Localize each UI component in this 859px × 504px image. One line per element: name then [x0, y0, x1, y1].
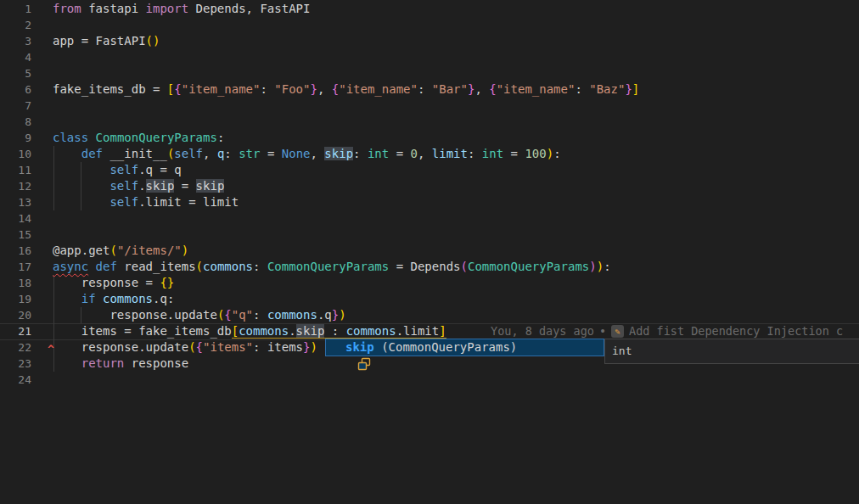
code-token: CommonQueryParams: [267, 260, 389, 273]
line-number[interactable]: 23: [0, 356, 31, 372]
code-token: =: [503, 147, 525, 160]
line-number[interactable]: 21: [0, 323, 31, 339]
code-token: :: [217, 131, 224, 144]
line-number[interactable]: 3: [0, 33, 31, 49]
blame-message: Add fist Dependency Injection c: [629, 323, 843, 339]
line-number[interactable]: 2: [0, 17, 31, 33]
code-token: response: [124, 356, 188, 370]
code-token: {: [224, 308, 231, 322]
line-number[interactable]: 9: [0, 130, 31, 146]
line-number[interactable]: 17: [0, 259, 31, 275]
code-line[interactable]: 1from fastapi import Depends, FastAPI: [0, 1, 859, 17]
code-token: (: [461, 260, 468, 273]
code-token: (): [146, 34, 160, 48]
code-token: .q: [317, 308, 332, 322]
code-token: def: [81, 147, 103, 160]
line-number[interactable]: 12: [0, 178, 31, 194]
line-number[interactable]: 15: [0, 227, 31, 243]
code-token: :: [324, 324, 345, 339]
line-number[interactable]: 18: [0, 275, 31, 291]
code-token: :: [604, 260, 610, 273]
code-token: "item_name": [497, 82, 575, 96]
code-token: :: [224, 147, 239, 160]
line-number[interactable]: 22: [0, 339, 31, 356]
code-token: @app.get: [53, 244, 109, 257]
code-token: [53, 147, 81, 160]
line-number[interactable]: 19: [0, 291, 31, 307]
code-token: {: [174, 82, 181, 96]
code-token: :: [553, 147, 560, 160]
code-line[interactable]: 11 self.q = q: [0, 162, 859, 178]
code-token: self: [174, 147, 203, 160]
line-number[interactable]: 6: [0, 81, 31, 98]
code-text: self.q = q: [53, 162, 182, 178]
line-number[interactable]: 10: [0, 146, 31, 162]
code-token: ): [339, 308, 345, 322]
code-token: :: [468, 147, 482, 160]
code-token: "item_name": [182, 82, 261, 96]
git-blame-annotation[interactable]: You, 8 days ago • ✎ Add fist Dependency …: [491, 323, 843, 339]
code-token: ,: [418, 147, 432, 160]
code-line[interactable]: 24: [0, 372, 859, 388]
code-line[interactable]: 18 response = {}: [0, 275, 859, 291]
code-line[interactable]: 8: [0, 114, 859, 130]
line-number[interactable]: 24: [0, 372, 31, 388]
line-number[interactable]: 4: [0, 49, 31, 65]
code-token: =: [174, 179, 195, 193]
code-line[interactable]: 14: [0, 210, 859, 227]
line-number[interactable]: 5: [0, 65, 31, 81]
line-number[interactable]: 11: [0, 162, 31, 178]
blame-author: You, 8 days ago: [491, 323, 594, 339]
code-token: ): [182, 244, 188, 257]
code-line[interactable]: 3app = FastAPI(): [0, 33, 859, 49]
line-number[interactable]: 14: [0, 210, 31, 227]
code-token: self: [109, 179, 138, 193]
code-line[interactable]: 15: [0, 227, 859, 243]
code-token: .limit = limit: [138, 195, 239, 209]
code-token: fastapi: [81, 2, 146, 15]
code-line[interactable]: 19 if commons.q:: [0, 291, 859, 307]
code-token: =: [389, 147, 410, 160]
code-text: @app.get("/items/"): [53, 243, 188, 259]
code-token: "Bar": [432, 82, 468, 96]
line-number[interactable]: 13: [0, 194, 31, 210]
code-token: commons: [103, 292, 153, 305]
code-line[interactable]: 9class CommonQueryParams:: [0, 130, 859, 146]
code-line[interactable]: 10 def __init__(self, q: str = None, ski…: [0, 146, 859, 162]
code-token: from: [53, 2, 81, 15]
code-line[interactable]: 13 self.limit = limit: [0, 194, 859, 210]
code-token: commons: [346, 324, 396, 339]
code-token: response.update: [53, 340, 188, 354]
code-line[interactable]: 17async def read_items(commons: CommonQu…: [0, 259, 859, 275]
code-line[interactable]: 6fake_items_db = [{"item_name": "Foo"}, …: [0, 81, 859, 98]
code-token: ,: [317, 82, 332, 96]
code-line[interactable]: 12 self.skip = skip: [0, 178, 859, 194]
code-token: commons: [203, 260, 253, 273]
code-token: {: [489, 82, 496, 96]
code-token: (: [196, 260, 203, 273]
code-line[interactable]: 16@app.get("/items/"): [0, 243, 859, 259]
code-line[interactable]: 4: [0, 49, 859, 65]
line-number[interactable]: 20: [0, 307, 31, 323]
code-token: {}: [160, 276, 174, 289]
code-line[interactable]: 7: [0, 98, 859, 114]
line-number[interactable]: 7: [0, 98, 31, 114]
code-token: .q = q: [138, 163, 182, 176]
code-token: :: [253, 308, 267, 322]
code-line[interactable]: 2: [0, 17, 859, 33]
code-token: ]: [632, 82, 639, 96]
code-token: skip: [196, 179, 225, 193]
code-text: class CommonQueryParams:: [53, 130, 224, 146]
code-text: async def read_items(commons: CommonQuer…: [53, 259, 611, 275]
code-token: commons: [267, 308, 317, 322]
code-token: }: [332, 308, 339, 322]
line-number[interactable]: 1: [0, 1, 31, 17]
line-number[interactable]: 8: [0, 114, 31, 130]
code-token: app = FastAPI: [53, 34, 146, 48]
code-line[interactable]: 5: [0, 65, 859, 81]
line-number[interactable]: 16: [0, 243, 31, 259]
code-token: [53, 179, 109, 193]
suggest-item[interactable]: skip (CommonQueryParams): [325, 339, 604, 356]
code-token: .limit: [396, 324, 440, 339]
code-line[interactable]: 20 response.update({"q": commons.q}): [0, 307, 859, 323]
